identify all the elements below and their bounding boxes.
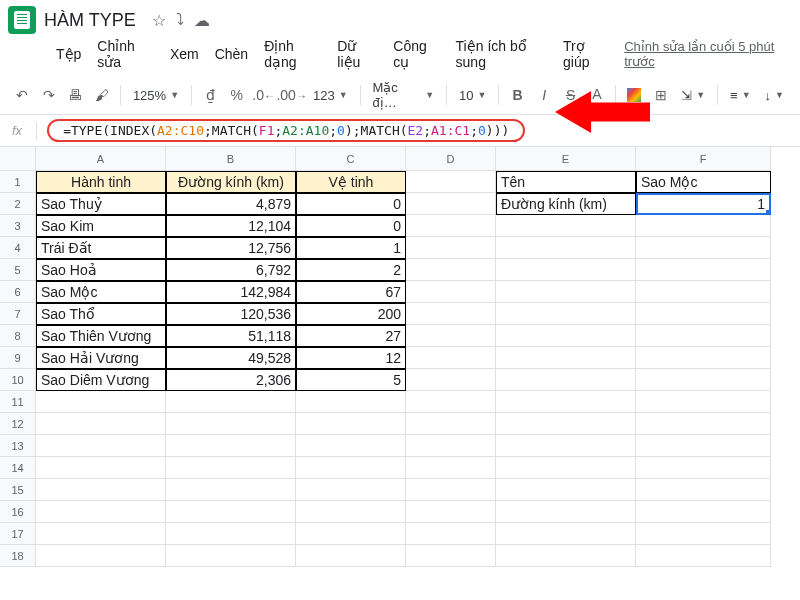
cell-f5[interactable] xyxy=(636,259,771,281)
cell-f9[interactable] xyxy=(636,347,771,369)
cell-c10[interactable]: 5 xyxy=(296,369,406,391)
cell-a2[interactable]: Sao Thuỷ xyxy=(36,193,166,215)
row-header-4[interactable]: 4 xyxy=(0,237,36,259)
cell-c16[interactable] xyxy=(296,501,406,523)
cell-b3[interactable]: 12,104 xyxy=(166,215,296,237)
cell-b6[interactable]: 142,984 xyxy=(166,281,296,303)
cell-e14[interactable] xyxy=(496,457,636,479)
cell-b17[interactable] xyxy=(166,523,296,545)
cell-c2[interactable]: 0 xyxy=(296,193,406,215)
row-header-14[interactable]: 14 xyxy=(0,457,36,479)
cell-d8[interactable] xyxy=(406,325,496,347)
cell-d10[interactable] xyxy=(406,369,496,391)
cell-f4[interactable] xyxy=(636,237,771,259)
star-icon[interactable]: ☆ xyxy=(152,11,166,30)
decrease-decimal-button[interactable]: .0← xyxy=(253,83,275,107)
cell-f8[interactable] xyxy=(636,325,771,347)
cell-b13[interactable] xyxy=(166,435,296,457)
cell-b14[interactable] xyxy=(166,457,296,479)
cell-e3[interactable] xyxy=(496,215,636,237)
cell-a7[interactable]: Sao Thổ xyxy=(36,303,166,325)
cell-a1[interactable]: Hành tinh xyxy=(36,171,166,193)
font-family-dropdown[interactable]: Mặc đị…▼ xyxy=(369,80,439,110)
cell-d16[interactable] xyxy=(406,501,496,523)
cell-b16[interactable] xyxy=(166,501,296,523)
menu-data[interactable]: Dữ liệu xyxy=(337,38,377,70)
cell-a14[interactable] xyxy=(36,457,166,479)
cell-a4[interactable]: Trái Đất xyxy=(36,237,166,259)
cell-a13[interactable] xyxy=(36,435,166,457)
cell-d5[interactable] xyxy=(406,259,496,281)
cell-c8[interactable]: 27 xyxy=(296,325,406,347)
cell-c7[interactable]: 200 xyxy=(296,303,406,325)
cell-f7[interactable] xyxy=(636,303,771,325)
row-header-17[interactable]: 17 xyxy=(0,523,36,545)
cell-c17[interactable] xyxy=(296,523,406,545)
cell-d11[interactable] xyxy=(406,391,496,413)
undo-icon[interactable]: ↶ xyxy=(12,83,32,107)
row-header-1[interactable]: 1 xyxy=(0,171,36,193)
cell-e7[interactable] xyxy=(496,303,636,325)
doc-title[interactable]: HÀM TYPE xyxy=(44,10,136,31)
cell-f15[interactable] xyxy=(636,479,771,501)
row-header-3[interactable]: 3 xyxy=(0,215,36,237)
cell-a11[interactable] xyxy=(36,391,166,413)
menu-format[interactable]: Định dạng xyxy=(264,38,321,70)
cell-a5[interactable]: Sao Hoả xyxy=(36,259,166,281)
menu-insert[interactable]: Chèn xyxy=(215,46,248,62)
move-icon[interactable]: ⤵ xyxy=(176,11,184,30)
cell-d12[interactable] xyxy=(406,413,496,435)
row-header-16[interactable]: 16 xyxy=(0,501,36,523)
row-header-2[interactable]: 2 xyxy=(0,193,36,215)
cell-c13[interactable] xyxy=(296,435,406,457)
percent-format-button[interactable]: % xyxy=(226,83,246,107)
cell-d17[interactable] xyxy=(406,523,496,545)
redo-icon[interactable]: ↷ xyxy=(38,83,58,107)
cell-c9[interactable]: 12 xyxy=(296,347,406,369)
strike-button[interactable]: S xyxy=(560,83,580,107)
cell-d6[interactable] xyxy=(406,281,496,303)
cell-c11[interactable] xyxy=(296,391,406,413)
cell-a6[interactable]: Sao Mộc xyxy=(36,281,166,303)
row-header-8[interactable]: 8 xyxy=(0,325,36,347)
cell-f10[interactable] xyxy=(636,369,771,391)
cell-f11[interactable] xyxy=(636,391,771,413)
cell-d13[interactable] xyxy=(406,435,496,457)
cell-b7[interactable]: 120,536 xyxy=(166,303,296,325)
cell-e5[interactable] xyxy=(496,259,636,281)
merge-button[interactable]: ⇲▼ xyxy=(677,88,709,103)
cell-a15[interactable] xyxy=(36,479,166,501)
print-icon[interactable]: 🖶 xyxy=(65,83,85,107)
spreadsheet-grid[interactable]: 123456789101112131415161718 A B C D E F … xyxy=(0,147,800,600)
cell-e8[interactable] xyxy=(496,325,636,347)
col-header-a[interactable]: A xyxy=(36,147,166,171)
cell-f16[interactable] xyxy=(636,501,771,523)
row-header-6[interactable]: 6 xyxy=(0,281,36,303)
row-header-12[interactable]: 12 xyxy=(0,413,36,435)
cell-d2[interactable] xyxy=(406,193,496,215)
cell-b11[interactable] xyxy=(166,391,296,413)
cell-a3[interactable]: Sao Kim xyxy=(36,215,166,237)
cell-b2[interactable]: 4,879 xyxy=(166,193,296,215)
col-header-e[interactable]: E xyxy=(496,147,636,171)
text-color-button[interactable]: A xyxy=(587,83,607,107)
cell-b18[interactable] xyxy=(166,545,296,567)
cell-e18[interactable] xyxy=(496,545,636,567)
cell-f13[interactable] xyxy=(636,435,771,457)
row-header-13[interactable]: 13 xyxy=(0,435,36,457)
cell-f1[interactable]: Sao Mộc xyxy=(636,171,771,193)
cell-e9[interactable] xyxy=(496,347,636,369)
cell-c1[interactable]: Vệ tinh xyxy=(296,171,406,193)
cell-f14[interactable] xyxy=(636,457,771,479)
last-edit-link[interactable]: Chỉnh sửa lần cuối 5 phút trước xyxy=(624,39,784,69)
sheets-logo[interactable] xyxy=(8,6,36,34)
cell-b5[interactable]: 6,792 xyxy=(166,259,296,281)
cell-d4[interactable] xyxy=(406,237,496,259)
cell-e10[interactable] xyxy=(496,369,636,391)
row-header-10[interactable]: 10 xyxy=(0,369,36,391)
h-align-button[interactable]: ≡▼ xyxy=(726,88,755,103)
cell-d3[interactable] xyxy=(406,215,496,237)
cell-f6[interactable] xyxy=(636,281,771,303)
cell-f12[interactable] xyxy=(636,413,771,435)
cell-f17[interactable] xyxy=(636,523,771,545)
